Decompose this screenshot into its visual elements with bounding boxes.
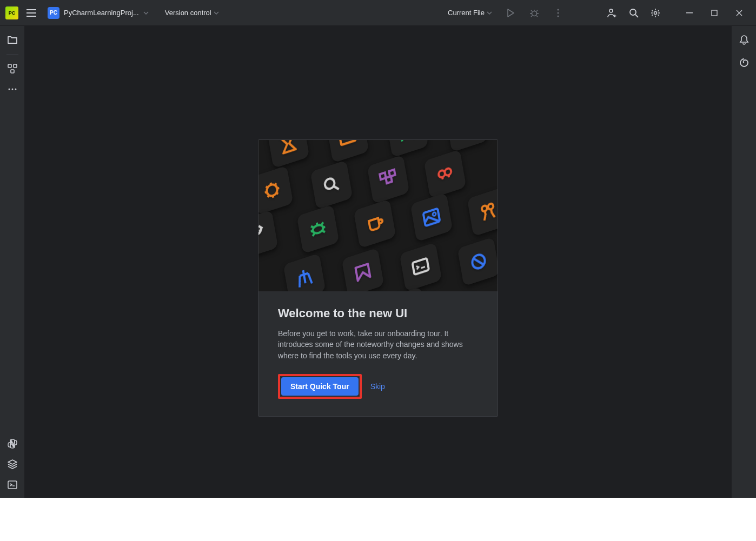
maximize-button[interactable] [702, 0, 727, 26]
right-tool-sidebar [731, 26, 756, 541]
notifications-button[interactable] [735, 31, 753, 49]
terminal-icon [7, 480, 18, 490]
svg-point-4 [609, 9, 613, 12]
editor-area: Welcome to the new UI Before you get to … [25, 26, 731, 541]
pycharm-logo-icon: PC [5, 6, 18, 19]
ellipsis-icon [8, 88, 17, 90]
chevron-down-icon [487, 11, 492, 15]
structure-tool-button[interactable] [4, 60, 21, 77]
welcome-title: Welcome to the new UI [278, 306, 478, 320]
titlebar: PC PC PyCharmLearningProj... Version con… [0, 0, 756, 26]
svg-point-24 [266, 183, 278, 197]
svg-point-31 [312, 224, 323, 235]
welcome-image [258, 140, 498, 291]
start-tour-button[interactable]: Start Quick Tour [281, 377, 359, 396]
minimize-button[interactable] [677, 0, 702, 26]
svg-point-6 [654, 11, 657, 14]
svg-rect-36 [413, 258, 429, 275]
maximize-icon [711, 10, 718, 16]
svg-point-30 [445, 168, 452, 176]
python-icon [7, 438, 18, 449]
svg-point-13 [11, 89, 13, 90]
svg-point-33 [433, 212, 436, 216]
svg-point-35 [488, 203, 494, 210]
search-icon [628, 8, 639, 18]
search-everywhere-button[interactable] [625, 4, 642, 22]
python-console-button[interactable] [4, 435, 21, 452]
play-icon [507, 9, 514, 17]
skip-link[interactable]: Skip [370, 382, 385, 391]
person-plus-icon [607, 8, 618, 18]
chevron-down-icon [214, 11, 219, 15]
svg-point-12 [8, 89, 10, 90]
welcome-description: Before you get to work, take our onboard… [278, 328, 478, 361]
svg-point-2 [558, 12, 559, 14]
spiral-icon [739, 57, 750, 68]
close-button[interactable] [727, 0, 752, 26]
terminal-button[interactable] [4, 476, 21, 493]
chevron-down-icon [143, 11, 149, 15]
run-config-selector[interactable]: Current File [445, 6, 495, 19]
svg-rect-7 [686, 12, 693, 14]
svg-rect-28 [389, 170, 395, 177]
structure-icon [7, 63, 18, 74]
svg-rect-11 [11, 70, 14, 73]
version-control-label: Version control [165, 9, 211, 17]
gear-icon [650, 8, 661, 18]
svg-point-34 [481, 205, 487, 212]
svg-rect-10 [14, 64, 17, 68]
project-name-label: PyCharmLearningProj... [64, 9, 139, 17]
run-section: Current File [445, 4, 567, 22]
more-actions-button[interactable] [549, 4, 567, 22]
run-button[interactable] [502, 4, 519, 22]
svg-point-3 [558, 15, 559, 17]
welcome-popup: Welcome to the new UI Before you get to … [258, 139, 498, 417]
bell-icon [739, 35, 750, 45]
close-icon [736, 10, 742, 16]
hamburger-icon [26, 9, 36, 17]
bottom-strip [0, 498, 756, 541]
svg-rect-9 [8, 64, 11, 68]
more-tools-button[interactable] [4, 81, 21, 98]
project-tool-button[interactable] [4, 31, 21, 49]
run-config-label: Current File [448, 9, 485, 17]
main-menu-button[interactable] [23, 4, 40, 22]
left-tool-sidebar [0, 26, 25, 541]
highlighted-action: Start Quick Tour [278, 374, 362, 399]
layers-icon [7, 459, 18, 470]
ai-assistant-button[interactable] [735, 54, 753, 71]
bug-icon [529, 8, 539, 18]
kebab-icon [557, 9, 559, 17]
svg-point-0 [532, 11, 537, 16]
minimize-icon [686, 12, 693, 14]
svg-point-14 [15, 89, 16, 90]
project-selector[interactable]: PC PyCharmLearningProj... [44, 5, 152, 21]
code-with-me-button[interactable] [604, 4, 621, 22]
svg-point-1 [558, 9, 559, 10]
svg-point-25 [324, 177, 335, 190]
python-packages-button[interactable] [4, 456, 21, 473]
svg-rect-8 [712, 10, 717, 16]
divider [6, 54, 18, 55]
svg-point-5 [630, 9, 636, 15]
version-control-menu[interactable]: Version control [161, 6, 223, 19]
debug-button[interactable] [526, 4, 543, 22]
folder-icon [7, 35, 18, 45]
project-badge: PC [48, 7, 59, 19]
settings-button[interactable] [647, 4, 664, 22]
window-controls [677, 0, 752, 26]
